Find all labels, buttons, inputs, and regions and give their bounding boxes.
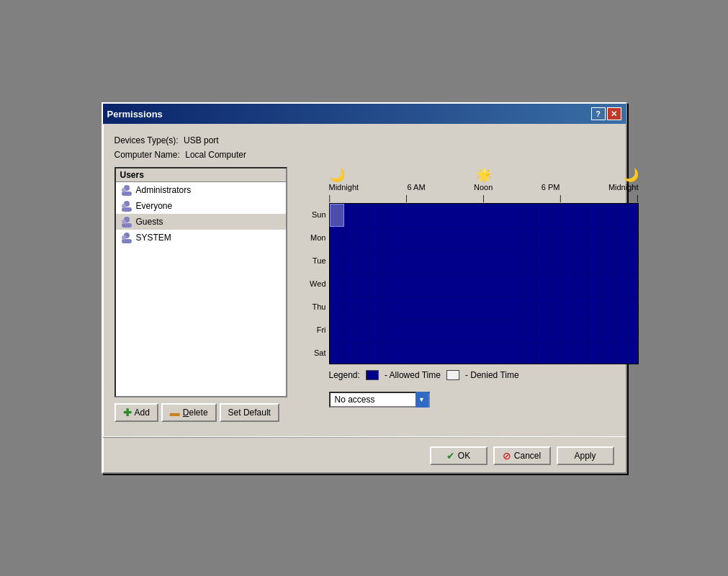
grid-cells — [330, 204, 638, 364]
delete-icon: ▬ — [170, 407, 180, 418]
user-icon-system — [120, 231, 133, 244]
user-item-guests[interactable]: Guests — [116, 214, 286, 230]
cancel-icon: ⊘ — [503, 450, 511, 462]
day-tue: Tue — [302, 249, 329, 272]
tick-4: | — [637, 194, 639, 202]
time-label-6am: 6 AM — [408, 183, 426, 192]
help-button[interactable]: ? — [591, 107, 606, 120]
schedule-grid[interactable] — [329, 203, 639, 364]
left-buttons: ✚ Add ▬ Delete Set Default — [114, 403, 287, 422]
svg-point-8 — [122, 220, 126, 224]
computer-label: Computer Name: — [114, 150, 180, 160]
set-default-button[interactable]: Set Default — [220, 403, 279, 422]
day-wed: Wed — [302, 272, 329, 295]
svg-rect-7 — [122, 223, 132, 228]
day-sun: Sun — [302, 203, 329, 226]
title-bar: Permissions ? ✕ — [103, 104, 626, 124]
left-panel: Users Administrators — [114, 167, 287, 422]
dialog-title: Permissions — [107, 109, 163, 120]
schedule-grid-container: Sun Mon Tue Wed Thu Fri Sat — [302, 203, 639, 364]
apply-button[interactable]: Apply — [557, 446, 614, 465]
time-labels-row: Midnight 6 AM Noon 6 PM Midnight — [329, 183, 639, 192]
legend-row: Legend: - Allowed Time - Denied Time — [329, 370, 639, 380]
add-label: Add — [135, 408, 150, 418]
midnight-icon-right: 🌙 — [623, 167, 639, 183]
access-dropdown[interactable]: No access Full access Read only — [329, 392, 430, 408]
day-labels: Sun Mon Tue Wed Thu Fri Sat — [302, 203, 329, 364]
user-icon-everyone — [120, 199, 133, 212]
user-item-administrators[interactable]: Administrators — [116, 182, 286, 198]
day-thu: Thu — [302, 295, 329, 318]
tick-2: | — [482, 194, 485, 202]
time-label-6pm: 6 PM — [541, 183, 560, 192]
svg-point-5 — [122, 204, 126, 208]
devices-label: Devices Type(s): — [114, 135, 179, 145]
user-icon-administrators — [120, 184, 133, 197]
svg-rect-10 — [122, 239, 132, 243]
users-header: Users — [116, 168, 286, 182]
user-name-system: SYSTEM — [136, 233, 171, 243]
noon-icon: 🌟 — [476, 167, 492, 183]
svg-point-11 — [122, 235, 126, 240]
user-name-guests: Guests — [136, 217, 163, 227]
tick-1: | — [405, 194, 408, 202]
grid-selection-highlight — [330, 204, 344, 227]
legend-allowed-box — [366, 370, 379, 380]
main-content: Users Administrators — [114, 167, 614, 422]
delete-label: Delete — [183, 408, 208, 418]
access-dropdown-wrapper: No access Full access Read only ▼ — [329, 392, 430, 408]
computer-value: Local Computer — [185, 150, 246, 160]
tick-3: | — [560, 194, 562, 202]
delete-button[interactable]: ▬ Delete — [161, 403, 217, 422]
tick-0: | — [329, 194, 331, 202]
user-item-system[interactable]: SYSTEM — [116, 230, 286, 246]
user-name-administrators: Administrators — [136, 185, 192, 195]
time-icons-row: 🌙 🌟 🌙 — [329, 167, 639, 183]
time-label-midnight-right: Midnight — [608, 183, 639, 192]
ok-label: OK — [458, 451, 470, 461]
add-button[interactable]: ✚ Add — [114, 403, 158, 422]
day-fri: Fri — [302, 318, 329, 341]
ok-icon: ✔ — [446, 450, 455, 462]
time-label-midnight-left: Midnight — [329, 183, 359, 192]
legend-allowed-text: - Allowed Time — [385, 370, 441, 380]
cancel-button[interactable]: ⊘ Cancel — [493, 446, 551, 465]
devices-value: USB port — [184, 135, 219, 145]
title-bar-buttons: ? ✕ — [591, 107, 621, 120]
dialog-body: Devices Type(s): USB port Computer Name:… — [103, 124, 626, 428]
svg-point-2 — [122, 188, 126, 192]
bottom-buttons: ✔ OK ⊘ Cancel Apply — [103, 444, 626, 472]
user-item-everyone[interactable]: Everyone — [116, 198, 286, 214]
legend-denied-text: - Denied Time — [465, 370, 519, 380]
day-sat: Sat — [302, 341, 329, 364]
add-icon: ✚ — [123, 407, 132, 418]
ok-button[interactable]: ✔ OK — [430, 446, 487, 465]
svg-rect-4 — [122, 207, 132, 212]
cancel-label: Cancel — [514, 451, 541, 461]
set-default-label: Set Default — [228, 408, 271, 418]
computer-row: Computer Name: Local Computer — [114, 150, 614, 160]
access-dropdown-row: No access Full access Read only ▼ — [329, 392, 639, 408]
user-name-everyone: Everyone — [136, 201, 173, 211]
legend-label: Legend: — [329, 370, 360, 380]
users-listbox[interactable]: Users Administrators — [114, 167, 287, 397]
apply-label: Apply — [574, 451, 596, 461]
permissions-dialog: Permissions ? ✕ Devices Type(s): USB por… — [102, 102, 627, 474]
time-label-noon: Noon — [474, 183, 493, 192]
day-mon: Mon — [302, 226, 329, 249]
right-panel: 🌙 🌟 🌙 Midnight 6 AM Noon 6 PM Midnight |… — [302, 167, 639, 422]
svg-rect-1 — [122, 192, 132, 196]
devices-row: Devices Type(s): USB port — [114, 135, 614, 145]
close-button[interactable]: ✕ — [607, 107, 621, 120]
legend-denied-box — [446, 370, 459, 380]
midnight-icon-left: 🌙 — [329, 167, 345, 183]
separator — [103, 436, 626, 438]
user-icon-guests — [120, 215, 133, 228]
tick-marks-row: | | | | | — [329, 194, 639, 202]
